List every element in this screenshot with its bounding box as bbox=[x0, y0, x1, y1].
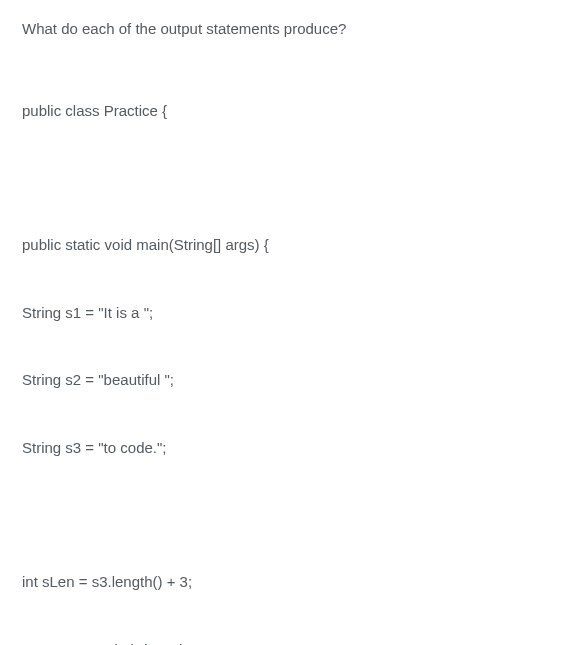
code-line: String s2 = "beautiful "; bbox=[22, 369, 559, 392]
blank-line bbox=[22, 504, 559, 526]
code-line: System.out.println(sLen); bbox=[22, 639, 559, 646]
question-text: What do each of the output statements pr… bbox=[22, 18, 559, 41]
code-line: String s1 = "It is a "; bbox=[22, 302, 559, 325]
code-line: public class Practice { bbox=[22, 100, 559, 123]
code-line: String s3 = "to code."; bbox=[22, 437, 559, 460]
code-block: public class Practice { public static vo… bbox=[22, 55, 559, 646]
code-line: int sLen = s3.length() + 3; bbox=[22, 571, 559, 594]
blank-line bbox=[22, 167, 559, 189]
code-line: public static void main(String[] args) { bbox=[22, 234, 559, 257]
